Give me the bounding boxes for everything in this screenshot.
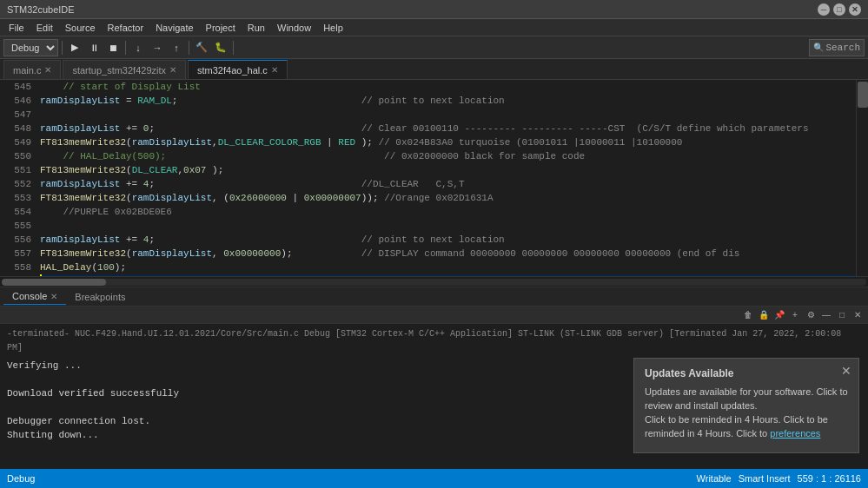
- menu-project[interactable]: Project: [201, 21, 241, 35]
- bottom-tab-console[interactable]: Console ✕: [3, 288, 66, 305]
- status-debug: Debug: [7, 473, 35, 484]
- search-container: 🔍 Search: [809, 39, 865, 56]
- code-line-547: [40, 108, 856, 122]
- line-number-554: 554: [0, 205, 31, 219]
- toolbar-btn-step-into[interactable]: ↓: [129, 39, 147, 56]
- code-line-552: ramDisplayList += 4; //DL_CLEAR C,S,T: [40, 177, 856, 191]
- code-line-557: FT813memWrite32(ramDisplayList, 0x000000…: [40, 247, 856, 260]
- code-editor: 5455465475485495505515525535545555565575…: [0, 80, 868, 276]
- debug-dropdown[interactable]: Debug: [3, 39, 58, 56]
- toolbar-btn-debug-run[interactable]: 🐛: [212, 39, 229, 56]
- line-number-556: 556: [0, 233, 31, 247]
- console-maximize-btn[interactable]: □: [835, 308, 849, 322]
- menu-file[interactable]: File: [3, 21, 30, 35]
- toolbar: Debug ▶ ⏸ ⏹ ↓ → ↑ 🔨 🐛 🔍 Search: [0, 36, 868, 59]
- title-bar-controls: ─ □ ✕: [818, 3, 861, 16]
- menu-window[interactable]: Window: [272, 21, 316, 35]
- window-wrapper: STM32cubeIDE ─ □ ✕ File Edit Source Refa…: [0, 0, 868, 488]
- tab-label-startup: startup_stm32f429zitx: [72, 65, 166, 76]
- menu-navigate[interactable]: Navigate: [150, 21, 198, 35]
- h-scrollbar[interactable]: [0, 276, 868, 287]
- code-line-551: FT813memWrite32(DL_CLEAR,0x07 );: [40, 163, 856, 177]
- right-scrollbar[interactable]: [856, 80, 868, 276]
- tab-close-main-c[interactable]: ✕: [44, 65, 51, 75]
- status-bar: Debug Writable Smart Insert 559 : 1 : 26…: [0, 469, 868, 488]
- tab-label-main-c: main.c: [13, 65, 41, 76]
- console-minimize-btn[interactable]: —: [819, 308, 833, 322]
- tab-close-startup[interactable]: ✕: [169, 65, 176, 75]
- line-number-545: 545: [0, 80, 31, 94]
- menu-edit[interactable]: Edit: [31, 21, 58, 35]
- line-number-559: 559: [0, 274, 31, 276]
- menu-run[interactable]: Run: [242, 21, 270, 35]
- bottom-tab-console-label: Console: [12, 291, 47, 301]
- menu-bar: File Edit Source Refactor Navigate Proje…: [0, 19, 868, 36]
- bottom-toolbar: 🗑 🔒 📌 + ⚙ — □ ✕: [0, 307, 868, 324]
- close-button[interactable]: ✕: [849, 3, 861, 16]
- console-close-btn[interactable]: ✕: [851, 308, 865, 322]
- maximize-button[interactable]: □: [833, 3, 845, 16]
- toolbar-btn-2[interactable]: ⏸: [85, 39, 103, 56]
- toolbar-btn-stop[interactable]: ⏹: [104, 39, 122, 56]
- tab-close-hal-c[interactable]: ✕: [271, 65, 278, 75]
- line-number-558: 558: [0, 260, 31, 274]
- toolbar-sep-1: [62, 41, 63, 55]
- notification-title: Updates Available: [645, 367, 848, 379]
- search-label: Search: [825, 43, 860, 53]
- menu-refactor[interactable]: Refactor: [103, 21, 149, 35]
- code-line-553: FT813memWrite32(ramDisplayList, (0x26000…: [40, 191, 856, 205]
- toolbar-btn-1[interactable]: ▶: [66, 39, 83, 56]
- console-clear-btn[interactable]: 🗑: [741, 308, 755, 322]
- line-number-551: 551: [0, 163, 31, 177]
- status-insert-mode: Smart Insert: [739, 473, 791, 484]
- notification-close-btn[interactable]: ✕: [841, 364, 851, 378]
- bottom-tab-console-close[interactable]: ✕: [50, 292, 57, 301]
- menu-help[interactable]: Help: [318, 21, 348, 35]
- console-scroll-lock-btn[interactable]: 🔒: [757, 308, 771, 322]
- status-left: Debug: [7, 473, 35, 484]
- h-scrollbar-track[interactable]: [2, 279, 866, 286]
- line-number-553: 553: [0, 191, 31, 205]
- code-content[interactable]: // start of Display List ramDisplayList …: [36, 80, 856, 276]
- toolbar-btn-step-return[interactable]: ↑: [168, 39, 185, 56]
- notification-popup: ✕ Updates Available Updates are availabl…: [633, 358, 859, 453]
- toolbar-sep-2: [125, 41, 126, 55]
- console-pin-btn[interactable]: 📌: [772, 308, 786, 322]
- tab-main-c[interactable]: main.c ✕: [3, 60, 61, 79]
- toolbar-btn-step-over[interactable]: →: [149, 39, 166, 56]
- menu-source[interactable]: Source: [60, 21, 101, 35]
- line-number-552: 552: [0, 177, 31, 191]
- notification-body: Updates are available for your software.…: [645, 385, 848, 440]
- code-line-546: ramDisplayList = RAM_DL; // point to nex…: [40, 94, 856, 108]
- bottom-tab-breakpoints-label: Breakpoints: [75, 292, 125, 302]
- tab-startup[interactable]: startup_stm32f429zitx ✕: [63, 60, 186, 79]
- tab-label-hal-c: stm32f4ao_hal.c: [197, 65, 268, 76]
- h-scrollbar-thumb[interactable]: [2, 279, 106, 286]
- bottom-tab-breakpoints[interactable]: Breakpoints: [66, 289, 134, 305]
- toolbar-btn-build[interactable]: 🔨: [193, 39, 210, 56]
- status-cursor-position: 559 : 1 : 26116: [798, 473, 861, 484]
- line-number-546: 546: [0, 94, 31, 108]
- status-writable: Writable: [697, 473, 732, 484]
- bottom-tab-bar: Console ✕ Breakpoints: [0, 287, 868, 307]
- toolbar-sep-3: [189, 41, 189, 55]
- notification-preferences-link[interactable]: preferences: [770, 428, 820, 439]
- search-icon: 🔍: [813, 43, 824, 53]
- code-line-555: [40, 219, 856, 233]
- minimize-button[interactable]: ─: [818, 3, 830, 16]
- tab-hal-c[interactable]: stm32f4ao_hal.c ✕: [188, 60, 288, 79]
- status-right: Writable Smart Insert 559 : 1 : 26116: [697, 473, 861, 484]
- scrollbar-thumb[interactable]: [858, 82, 868, 108]
- code-line-545: // start of Display List: [40, 80, 856, 94]
- code-line-556: ramDisplayList += 4; // point to next lo…: [40, 233, 856, 247]
- console-settings-btn[interactable]: ⚙: [804, 308, 818, 322]
- tab-bar: main.c ✕ startup_stm32f429zitx ✕ stm32f4…: [0, 59, 868, 80]
- line-number-555: 555: [0, 219, 31, 233]
- line-number-548: 548: [0, 122, 31, 135]
- line-numbers: 5455465475485495505515525535545555565575…: [0, 80, 36, 276]
- line-number-550: 550: [0, 149, 31, 163]
- title-bar: STM32cubeIDE ─ □ ✕: [0, 0, 868, 19]
- title-bar-title: STM32cubeIDE: [7, 4, 75, 15]
- console-new-btn[interactable]: +: [788, 308, 802, 322]
- console-header: -terminated- NUC.F429.Hand.UI.12.01.2021…: [7, 327, 861, 355]
